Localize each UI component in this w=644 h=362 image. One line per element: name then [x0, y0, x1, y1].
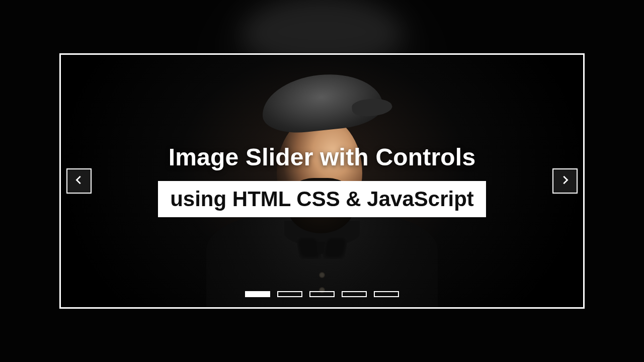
slider-frame: Image Slider with Controls using HTML CS… — [59, 53, 585, 309]
portrait-button — [319, 272, 325, 278]
slide-indicator-4[interactable] — [342, 291, 367, 297]
slide-indicators — [61, 291, 583, 297]
slide-indicator-1[interactable] — [245, 291, 270, 297]
slide-indicator-3[interactable] — [309, 291, 335, 297]
slide-indicator-2[interactable] — [277, 291, 302, 297]
portrait-cap — [259, 69, 385, 136]
slide-caption: Image Slider with Controls using HTML CS… — [61, 143, 583, 217]
slide-title: Image Slider with Controls — [169, 143, 476, 171]
slide-subtitle: using HTML CSS & JavaScript — [158, 181, 486, 217]
chevron-right-icon — [559, 174, 571, 188]
slide-indicator-5[interactable] — [374, 291, 399, 297]
prev-button[interactable] — [66, 168, 92, 194]
next-button[interactable] — [552, 168, 578, 194]
chevron-left-icon — [73, 174, 85, 188]
